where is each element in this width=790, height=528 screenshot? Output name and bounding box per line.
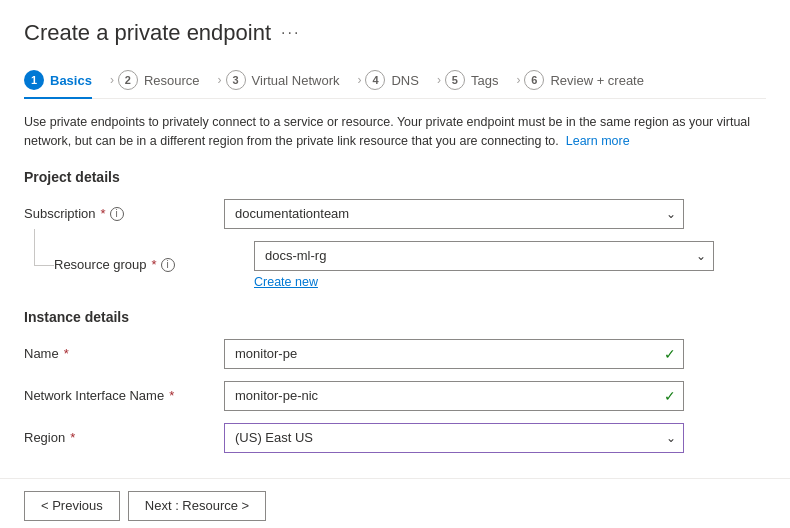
tab-tags[interactable]: 5 Tags	[445, 62, 512, 98]
resource-group-info-icon[interactable]: i	[161, 258, 175, 272]
name-input[interactable]: monitor-pe	[224, 339, 684, 369]
tab-separator-3: ›	[357, 73, 361, 87]
tab-basics-number: 1	[24, 70, 44, 90]
tab-separator-5: ›	[516, 73, 520, 87]
instance-details-header: Instance details	[24, 309, 766, 325]
tab-basics-label: Basics	[50, 73, 92, 88]
resource-group-dropdown[interactable]: docs-ml-rg	[254, 241, 714, 271]
name-control: monitor-pe ✓	[224, 339, 684, 369]
tab-review-create[interactable]: 6 Review + create	[524, 62, 658, 98]
tab-virtual-network[interactable]: 3 Virtual Network	[226, 62, 354, 98]
tab-virtual-network-number: 3	[226, 70, 246, 90]
tab-dns[interactable]: 4 DNS	[365, 62, 432, 98]
next-button[interactable]: Next : Resource >	[128, 491, 266, 521]
name-required: *	[64, 346, 69, 361]
tab-resource-number: 2	[118, 70, 138, 90]
region-dropdown[interactable]: (US) East US	[224, 423, 684, 453]
tab-tags-number: 5	[445, 70, 465, 90]
resource-group-control: docs-ml-rg ⌄ Create new	[254, 241, 714, 289]
tab-resource[interactable]: 2 Resource	[118, 62, 214, 98]
create-new-link[interactable]: Create new	[254, 275, 318, 289]
tab-resource-label: Resource	[144, 73, 200, 88]
tab-review-create-label: Review + create	[550, 73, 644, 88]
ellipsis-menu-button[interactable]: ···	[281, 24, 300, 42]
network-interface-required: *	[169, 388, 174, 403]
network-interface-control: monitor-pe-nic ✓	[224, 381, 684, 411]
network-interface-input[interactable]: monitor-pe-nic	[224, 381, 684, 411]
name-input-wrapper: monitor-pe ✓	[224, 339, 684, 369]
region-row: Region * (US) East US ⌄	[24, 423, 766, 453]
region-required: *	[70, 430, 75, 445]
instance-details-section: Instance details Name * monitor-pe ✓ Net…	[24, 309, 766, 453]
tab-basics[interactable]: 1 Basics	[24, 62, 106, 98]
subscription-row: Subscription * i documentationteam ⌄	[24, 199, 766, 229]
region-dropdown-wrapper: (US) East US ⌄	[224, 423, 684, 453]
tab-separator-2: ›	[218, 73, 222, 87]
tab-dns-label: DNS	[391, 73, 418, 88]
tab-tags-label: Tags	[471, 73, 498, 88]
tab-separator-1: ›	[110, 73, 114, 87]
subscription-dropdown[interactable]: documentationteam	[224, 199, 684, 229]
network-interface-label: Network Interface Name *	[24, 388, 224, 403]
region-control: (US) East US ⌄	[224, 423, 684, 453]
name-row: Name * monitor-pe ✓	[24, 339, 766, 369]
project-details-header: Project details	[24, 169, 766, 185]
network-interface-row: Network Interface Name * monitor-pe-nic …	[24, 381, 766, 411]
wizard-tabs: 1 Basics › 2 Resource › 3 Virtual Networ…	[24, 62, 766, 99]
tab-review-create-number: 6	[524, 70, 544, 90]
name-label: Name *	[24, 346, 224, 361]
previous-button[interactable]: < Previous	[24, 491, 120, 521]
resource-group-required: *	[152, 257, 157, 272]
region-label: Region *	[24, 430, 224, 445]
project-details-section: Project details Subscription * i documen…	[24, 169, 766, 289]
subscription-info-icon[interactable]: i	[110, 207, 124, 221]
footer: < Previous Next : Resource >	[0, 478, 790, 529]
subscription-control: documentationteam ⌄	[224, 199, 684, 229]
tab-virtual-network-label: Virtual Network	[252, 73, 340, 88]
learn-more-link[interactable]: Learn more	[566, 134, 630, 148]
tab-dns-number: 4	[365, 70, 385, 90]
tab-separator-4: ›	[437, 73, 441, 87]
subscription-dropdown-wrapper: documentationteam ⌄	[224, 199, 684, 229]
subscription-required: *	[101, 206, 106, 221]
page-title: Create a private endpoint	[24, 20, 271, 46]
network-interface-input-wrapper: monitor-pe-nic ✓	[224, 381, 684, 411]
resource-group-dropdown-wrapper: docs-ml-rg ⌄	[254, 241, 714, 271]
resource-group-row: Resource group * i docs-ml-rg ⌄ Create n…	[24, 241, 766, 289]
resource-group-label: Resource group * i	[54, 257, 254, 272]
info-text: Use private endpoints to privately conne…	[24, 113, 766, 151]
subscription-label: Subscription * i	[24, 206, 224, 221]
